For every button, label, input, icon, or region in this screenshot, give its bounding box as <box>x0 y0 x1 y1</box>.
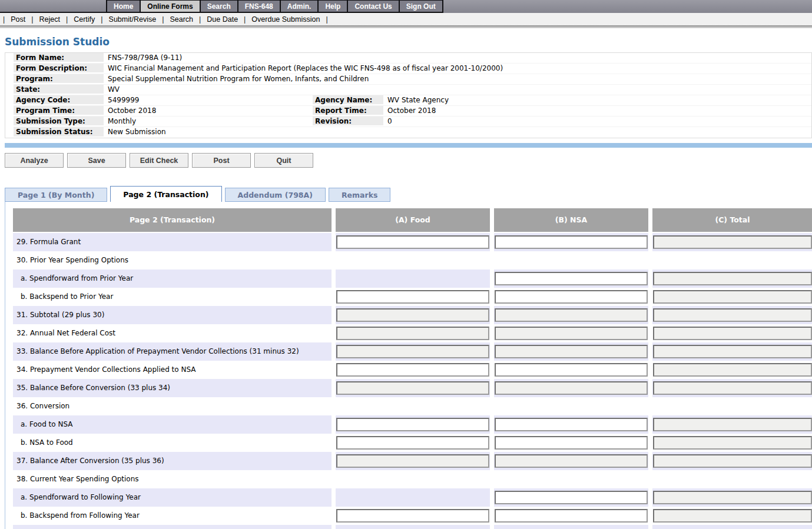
row-label: 38. Current Year Spending Options <box>13 470 332 488</box>
a-spendforward-from-prior-year-nsa-input[interactable] <box>495 272 648 285</box>
b-backspend-to-prior-year-food-input[interactable] <box>336 290 489 304</box>
cell-nsa <box>494 324 648 342</box>
form-info-row: Form Name: FNS-798/798A (9-11) <box>14 53 811 64</box>
edit-check-button[interactable]: Edit Check <box>130 153 188 168</box>
tab-remarks[interactable]: Remarks <box>329 188 390 202</box>
table-row-31-subtotal-29-plus-30: 31. Subtotal (29 plus 30) <box>13 306 812 324</box>
cell-total <box>652 470 812 488</box>
b-nsa-to-food-nsa-input[interactable] <box>495 436 648 450</box>
cell-food <box>336 525 490 529</box>
nav-fns-648[interactable]: FNS-648 <box>238 1 280 12</box>
program-time-value: October 2018 <box>104 106 313 116</box>
cell-food <box>336 324 490 342</box>
a-spendforward-from-prior-year-total-input <box>653 272 812 285</box>
cell-nsa <box>494 470 648 488</box>
cell-nsa <box>494 434 648 452</box>
row-label: 34. Prepayment Vendor Collections Applie… <box>13 361 332 379</box>
row-label <box>13 525 332 529</box>
cell-total <box>652 342 812 361</box>
b-nsa-to-food-food-input[interactable] <box>336 436 489 450</box>
cell-food <box>336 434 490 452</box>
nav-search[interactable]: Search <box>201 1 237 12</box>
menu-post[interactable]: Post <box>5 15 31 24</box>
b-nsa-to-food-total-input <box>653 436 812 450</box>
cell-nsa <box>494 452 648 470</box>
cell-nsa <box>494 342 648 361</box>
nav-contact-us[interactable]: Contact Us <box>348 1 398 12</box>
row-label: a. Spendforward from Prior Year <box>13 270 332 288</box>
cell-food <box>336 288 490 306</box>
nav-help[interactable]: Help <box>319 1 347 12</box>
table-row-partial <box>13 525 812 529</box>
a-food-to-nsa-food-input[interactable] <box>336 418 489 431</box>
cell-total <box>652 452 812 470</box>
cell-total <box>652 434 812 452</box>
program-value: Special Supplemental Nutrition Program f… <box>104 74 811 84</box>
cell-total <box>652 415 812 434</box>
state-label: State: <box>14 85 104 95</box>
35-balance-before-conversion-33-plus-34-total-input <box>653 381 812 395</box>
cell-total <box>652 361 812 379</box>
form-info-row: State: WV <box>14 85 811 95</box>
tab-page-1-by-month[interactable]: Page 1 (By Month) <box>5 188 107 202</box>
29-formula-grant-nsa-input[interactable] <box>495 235 648 249</box>
row-label: 30. Prior Year Spending Options <box>13 251 332 270</box>
cell-total <box>652 233 812 251</box>
34-prepayment-vendor-collections-applied-to-nsa-food-input[interactable] <box>336 363 489 377</box>
37-balance-after-conversion-35-plus-36-total-input <box>653 454 812 468</box>
table-header-label: Page 2 (Transaction) <box>13 208 332 232</box>
save-button[interactable]: Save <box>67 153 126 168</box>
table-row-a-food-to-nsa: a. Food to NSA <box>13 415 812 434</box>
table-row-29-formula-grant: 29. Formula Grant <box>13 233 812 251</box>
analyze-button[interactable]: Analyze <box>5 153 64 168</box>
menu-submit-revise[interactable]: Submit/Revise <box>103 15 163 24</box>
separator-bar <box>5 143 812 148</box>
form-info-row: Agency Code: 5499999 Agency Name: WV Sta… <box>14 95 811 106</box>
menu-overdue-submission[interactable]: Overdue Submission <box>246 15 326 24</box>
row-label: 31. Subtotal (29 plus 30) <box>13 306 332 324</box>
tab-page-2-transaction[interactable]: Page 2 (Transaction) <box>110 186 221 202</box>
nav-home[interactable]: Home <box>107 1 140 12</box>
b-backspend-from-following-year-total-input <box>653 509 812 523</box>
menu-certify[interactable]: Certify <box>68 15 101 24</box>
b-backspend-from-following-year-food-input[interactable] <box>336 509 489 523</box>
35-balance-before-conversion-33-plus-34-food-input <box>336 381 489 395</box>
row-label: b. NSA to Food <box>13 434 332 452</box>
quit-button[interactable]: Quit <box>254 153 313 168</box>
top-nav: HomeOnline FormsSearchFNS-648Admin.HelpC… <box>0 0 812 13</box>
form-description-label: Form Description: <box>14 64 104 74</box>
cell-food <box>336 306 490 324</box>
nav-online-forms[interactable]: Online Forms <box>141 1 199 12</box>
cell-nsa <box>494 361 648 379</box>
menu-due-date[interactable]: Due Date <box>201 15 244 24</box>
b-backspend-from-following-year-nsa-input[interactable] <box>495 509 648 523</box>
agency-name-label: Agency Name: <box>313 95 383 105</box>
menu-reject[interactable]: Reject <box>34 15 66 24</box>
b-backspend-to-prior-year-total-input <box>653 290 812 304</box>
a-spendforward-to-following-year-nsa-input[interactable] <box>495 491 648 504</box>
34-prepayment-vendor-collections-applied-to-nsa-nsa-input[interactable] <box>495 363 648 377</box>
nav-sign-out[interactable]: Sign Out <box>400 1 442 12</box>
table-row-b-backspend-from-following-year: b. Backspend from Following Year <box>13 507 812 525</box>
cell-total <box>652 251 812 270</box>
cell-food <box>336 415 490 434</box>
b-backspend-to-prior-year-nsa-input[interactable] <box>495 290 648 304</box>
submission-type-value: Monthly <box>104 117 313 127</box>
revision-label: Revision: <box>313 117 383 127</box>
cell-food <box>336 233 490 251</box>
nav-admin[interactable]: Admin. <box>281 1 318 12</box>
cell-food <box>336 452 490 470</box>
29-formula-grant-food-input[interactable] <box>336 235 489 249</box>
form-info-row: Submission Type: Monthly Revision: 0 <box>14 117 811 127</box>
cell-nsa <box>494 270 648 288</box>
submission-type-label: Submission Type: <box>14 117 104 127</box>
table-header-total: (C) Total <box>652 208 812 232</box>
cell-food <box>336 379 490 397</box>
tab-strip: Page 1 (By Month)Page 2 (Transaction)Add… <box>5 186 812 202</box>
post-button[interactable]: Post <box>192 153 251 168</box>
table-row-33-balance-before-application-of-prepayment-vendor-collections-31-minus-32: 33. Balance Before Application of Prepay… <box>13 342 812 361</box>
row-label: 29. Formula Grant <box>13 233 332 251</box>
a-food-to-nsa-nsa-input[interactable] <box>495 418 648 431</box>
menu-search[interactable]: Search <box>164 15 199 24</box>
tab-addendum-798a[interactable]: Addendum (798A) <box>225 188 326 202</box>
